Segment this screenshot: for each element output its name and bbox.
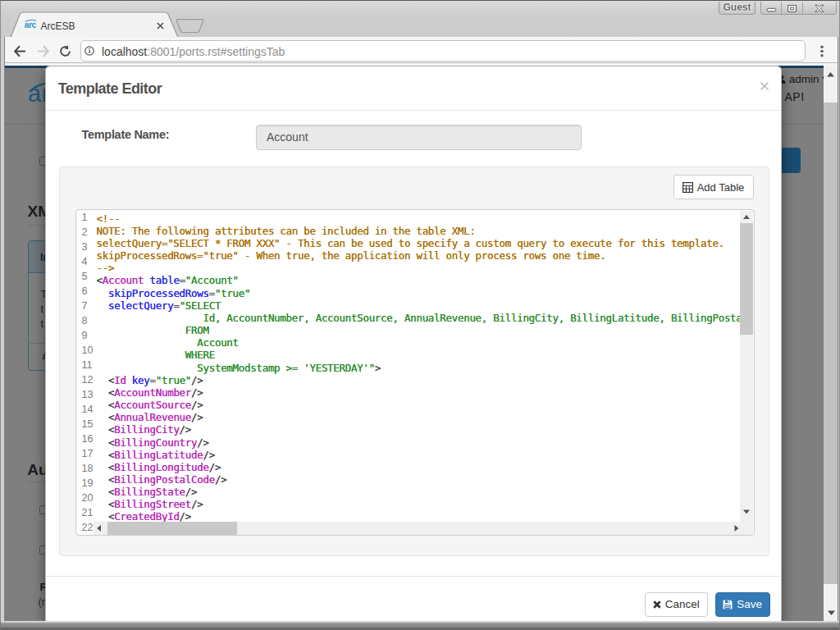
- editor-hscrollbar[interactable]: [94, 522, 742, 535]
- editor-gutter: 12345678910111213141516171819202122: [82, 210, 94, 536]
- line-number: 6: [82, 284, 94, 299]
- code-line: WHERE: [97, 349, 741, 361]
- code-line: NOTE: The following attributes can be in…: [97, 225, 741, 237]
- code-line: <Id key="true"/>: [97, 374, 741, 386]
- line-number: 7: [82, 299, 94, 313]
- code-line: <BillingStreet/>: [97, 498, 741, 510]
- code-line: skipProcessedRows="true": [97, 287, 741, 299]
- line-number: 9: [82, 328, 94, 343]
- scroll-up-icon[interactable]: [827, 72, 834, 77]
- line-number: 22: [82, 520, 94, 535]
- code-line: <AnnualRevenue/>: [97, 411, 741, 423]
- code-line: <AccountNumber/>: [97, 386, 741, 399]
- window-controls: [760, 2, 838, 15]
- table-icon: [682, 182, 693, 193]
- template-editor-modal: Template Editor Template Name: Account A…: [45, 66, 782, 621]
- tab-title: ArcESB: [41, 21, 75, 32]
- cancel-button[interactable]: Cancel: [645, 592, 708, 617]
- maximize-button[interactable]: [782, 2, 803, 14]
- editor-vscrollbar[interactable]: [740, 211, 753, 523]
- guest-profile-button[interactable]: Guest: [719, 2, 756, 15]
- line-number: 17: [82, 446, 94, 461]
- browser-menu-icon[interactable]: [820, 45, 824, 57]
- code-line: <!--: [97, 212, 741, 225]
- line-number: 14: [82, 402, 94, 417]
- scrollbar-thumb[interactable]: [824, 103, 838, 584]
- code-editor[interactable]: 12345678910111213141516171819202122 <!--…: [75, 209, 755, 536]
- code-line: skipProcessedRows="true" - When true, th…: [97, 249, 741, 262]
- template-name-input[interactable]: Account: [256, 125, 582, 150]
- titlebar: arc ArcESB Guest: [0, 0, 840, 37]
- line-number: 5: [82, 269, 94, 284]
- code-line: -->: [97, 262, 741, 274]
- favicon-text: arc: [25, 21, 37, 30]
- line-number: 16: [82, 431, 94, 446]
- editor-vthumb[interactable]: [740, 223, 753, 335]
- line-number: 11: [82, 358, 94, 372]
- save-button[interactable]: Save: [715, 592, 770, 617]
- line-number: 20: [82, 491, 94, 505]
- browser-window: arc ArcESB Guest: [0, 0, 840, 630]
- close-window-button[interactable]: [803, 2, 836, 14]
- code-line: selectQuery="SELECT * FROM XXX" - This c…: [97, 237, 741, 249]
- code-line: <BillingPostalCode/>: [97, 473, 741, 486]
- line-number: 1: [82, 210, 94, 225]
- line-number: 19: [82, 476, 94, 491]
- code-line: Account: [97, 336, 741, 349]
- forward-icon[interactable]: [37, 45, 49, 57]
- line-number: 18: [82, 461, 94, 476]
- tab-close-icon[interactable]: [157, 22, 164, 30]
- line-number: 21: [82, 505, 94, 520]
- modal-close-icon[interactable]: [760, 81, 769, 91]
- editor-hthumb[interactable]: [107, 522, 237, 535]
- line-number: 3: [82, 240, 94, 254]
- back-icon[interactable]: [14, 45, 26, 57]
- reload-icon[interactable]: [59, 45, 71, 57]
- code-line: Id, AccountNumber, AccountSource, Annual…: [97, 312, 741, 324]
- scroll-down-icon[interactable]: [828, 610, 835, 615]
- save-floppy-icon: [723, 600, 733, 609]
- editor-panel: Add Table 123456789101112131415161718192…: [59, 167, 770, 556]
- line-number: 2: [82, 225, 94, 240]
- code-line: <BillingLatitude/>: [97, 449, 741, 461]
- template-name-label: Template Name:: [82, 128, 170, 141]
- code-line: <BillingLongitude/>: [97, 461, 741, 473]
- minimize-button[interactable]: [761, 2, 783, 14]
- code-line: <Account table="Account": [97, 274, 741, 286]
- line-number: 8: [82, 313, 94, 328]
- code-line: FROM: [97, 324, 741, 336]
- add-table-button[interactable]: Add Table: [673, 175, 754, 199]
- browser-scrollbar[interactable]: [824, 66, 838, 621]
- line-number: 4: [82, 254, 94, 269]
- code-line: selectQuery="SELECT: [97, 299, 741, 312]
- line-number: 12: [82, 372, 94, 387]
- line-number: 15: [82, 417, 94, 431]
- code-line: <BillingCity/>: [97, 423, 741, 436]
- line-number: 10: [82, 343, 94, 358]
- cancel-x-icon: [653, 600, 661, 609]
- new-tab-button[interactable]: [176, 19, 204, 34]
- page-info-icon[interactable]: [84, 46, 94, 56]
- editor-code: <!--NOTE: The following attributes can b…: [97, 212, 741, 524]
- code-line: <AccountSource/>: [97, 399, 741, 411]
- arcesb-favicon: arc: [24, 19, 38, 30]
- code-line: SystemModstamp >= 'YESTERDAY'">: [97, 362, 741, 374]
- modal-title: Template Editor: [58, 80, 162, 98]
- code-line: <BillingCountry/>: [97, 436, 741, 449]
- line-number: 13: [82, 387, 94, 402]
- url-text[interactable]: localhost:8001/ports.rst#settingsTab: [102, 45, 285, 58]
- code-line: <BillingState/>: [97, 486, 741, 498]
